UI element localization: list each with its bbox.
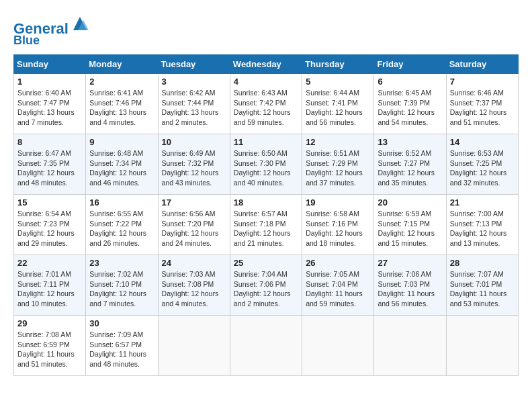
calendar-table: Sunday Monday Tuesday Wednesday Thursday… [13,54,519,376]
day-number: 24 [162,258,226,268]
day-info: Sunrise: 6:44 AMSunset: 7:41 PMDaylight:… [306,88,370,128]
day-cell: 22Sunrise: 7:01 AMSunset: 7:11 PMDayligh… [14,255,86,315]
day-info: Sunrise: 6:59 AMSunset: 7:15 PMDaylight:… [378,209,442,248]
day-number: 26 [306,258,370,268]
day-cell: 18Sunrise: 6:57 AMSunset: 7:18 PMDayligh… [230,194,302,255]
day-info: Sunrise: 7:07 AMSunset: 7:01 PMDaylight:… [450,269,515,309]
day-number: 20 [378,197,442,208]
day-info: Sunrise: 6:50 AMSunset: 7:30 PMDaylight:… [234,148,298,188]
calendar-row: 1Sunrise: 6:40 AMSunset: 7:47 PMDaylight… [14,73,519,134]
day-cell: 21Sunrise: 7:00 AMSunset: 7:13 PMDayligh… [446,194,518,255]
logo-icon [70,13,90,34]
day-number: 21 [450,197,515,208]
day-info: Sunrise: 6:40 AMSunset: 7:47 PMDaylight:… [17,88,82,128]
day-info: Sunrise: 6:48 AMSunset: 7:34 PMDaylight:… [89,148,154,188]
empty-cell [374,315,446,375]
day-number: 13 [378,137,442,147]
day-info: Sunrise: 6:52 AMSunset: 7:27 PMDaylight:… [378,148,442,188]
day-cell: 8Sunrise: 6:47 AMSunset: 7:35 PMDaylight… [14,134,86,194]
day-number: 28 [450,258,515,268]
day-info: Sunrise: 6:57 AMSunset: 7:18 PMDaylight:… [234,209,298,248]
day-info: Sunrise: 6:56 AMSunset: 7:20 PMDaylight:… [162,209,226,248]
day-number: 15 [17,197,82,208]
day-number: 12 [306,137,370,147]
day-number: 5 [306,77,370,87]
day-cell: 15Sunrise: 6:54 AMSunset: 7:23 PMDayligh… [14,194,86,255]
header-row: Sunday Monday Tuesday Wednesday Thursday… [14,54,519,73]
day-cell: 16Sunrise: 6:55 AMSunset: 7:22 PMDayligh… [86,194,158,255]
day-info: Sunrise: 6:51 AMSunset: 7:29 PMDaylight:… [306,148,370,188]
day-info: Sunrise: 6:47 AMSunset: 7:35 PMDaylight:… [17,148,82,188]
col-tuesday: Tuesday [158,54,230,73]
day-number: 3 [162,77,226,87]
empty-cell [230,315,302,375]
day-number: 7 [450,77,515,87]
day-cell: 12Sunrise: 6:51 AMSunset: 7:29 PMDayligh… [302,134,374,194]
day-info: Sunrise: 6:45 AMSunset: 7:39 PMDaylight:… [378,88,442,128]
col-friday: Friday [374,54,446,73]
day-cell: 7Sunrise: 6:46 AMSunset: 7:37 PMDaylight… [446,73,518,134]
day-cell: 10Sunrise: 6:49 AMSunset: 7:32 PMDayligh… [158,134,230,194]
day-cell: 29Sunrise: 7:08 AMSunset: 6:59 PMDayligh… [14,315,86,375]
day-info: Sunrise: 7:00 AMSunset: 7:13 PMDaylight:… [450,209,515,248]
day-cell: 19Sunrise: 6:58 AMSunset: 7:16 PMDayligh… [302,194,374,255]
day-number: 9 [89,137,154,147]
logo: General Blue [13,13,90,48]
col-thursday: Thursday [302,54,374,73]
day-number: 18 [234,197,298,208]
day-info: Sunrise: 6:41 AMSunset: 7:46 PMDaylight:… [89,88,154,128]
day-number: 19 [306,197,370,208]
day-number: 1 [17,77,82,87]
day-info: Sunrise: 6:54 AMSunset: 7:23 PMDaylight:… [17,209,82,248]
day-cell: 26Sunrise: 7:05 AMSunset: 7:04 PMDayligh… [302,255,374,315]
day-cell: 9Sunrise: 6:48 AMSunset: 7:34 PMDaylight… [86,134,158,194]
day-cell: 6Sunrise: 6:45 AMSunset: 7:39 PMDaylight… [374,73,446,134]
day-info: Sunrise: 6:55 AMSunset: 7:22 PMDaylight:… [89,209,154,248]
day-info: Sunrise: 6:58 AMSunset: 7:16 PMDaylight:… [306,209,370,248]
day-info: Sunrise: 7:06 AMSunset: 7:03 PMDaylight:… [378,269,442,309]
day-cell: 4Sunrise: 6:43 AMSunset: 7:42 PMDaylight… [230,73,302,134]
day-info: Sunrise: 6:43 AMSunset: 7:42 PMDaylight:… [234,88,298,128]
day-cell: 23Sunrise: 7:02 AMSunset: 7:10 PMDayligh… [86,255,158,315]
day-cell: 30Sunrise: 7:09 AMSunset: 6:57 PMDayligh… [86,315,158,375]
day-cell: 3Sunrise: 6:42 AMSunset: 7:44 PMDaylight… [158,73,230,134]
calendar-row: 22Sunrise: 7:01 AMSunset: 7:11 PMDayligh… [14,255,519,315]
day-cell: 2Sunrise: 6:41 AMSunset: 7:46 PMDaylight… [86,73,158,134]
day-info: Sunrise: 7:02 AMSunset: 7:10 PMDaylight:… [89,269,154,309]
day-cell: 11Sunrise: 6:50 AMSunset: 7:30 PMDayligh… [230,134,302,194]
day-number: 2 [89,77,154,87]
calendar-row: 15Sunrise: 6:54 AMSunset: 7:23 PMDayligh… [14,194,519,255]
col-saturday: Saturday [446,54,518,73]
day-number: 16 [89,197,154,208]
col-monday: Monday [86,54,158,73]
col-wednesday: Wednesday [230,54,302,73]
day-info: Sunrise: 7:05 AMSunset: 7:04 PMDaylight:… [306,269,370,309]
calendar-row: 29Sunrise: 7:08 AMSunset: 6:59 PMDayligh… [14,315,519,375]
day-number: 29 [17,318,82,328]
day-cell: 28Sunrise: 7:07 AMSunset: 7:01 PMDayligh… [446,255,518,315]
day-cell: 13Sunrise: 6:52 AMSunset: 7:27 PMDayligh… [374,134,446,194]
day-info: Sunrise: 6:53 AMSunset: 7:25 PMDaylight:… [450,148,515,188]
day-info: Sunrise: 7:09 AMSunset: 6:57 PMDaylight:… [89,330,154,369]
day-number: 27 [378,258,442,268]
day-cell: 5Sunrise: 6:44 AMSunset: 7:41 PMDaylight… [302,73,374,134]
day-number: 11 [234,137,298,147]
day-number: 25 [234,258,298,268]
calendar-row: 8Sunrise: 6:47 AMSunset: 7:35 PMDaylight… [14,134,519,194]
day-cell: 1Sunrise: 6:40 AMSunset: 7:47 PMDaylight… [14,73,86,134]
empty-cell [158,315,230,375]
day-number: 8 [17,137,82,147]
day-number: 23 [89,258,154,268]
day-number: 4 [234,77,298,87]
empty-cell [302,315,374,375]
day-cell: 20Sunrise: 6:59 AMSunset: 7:15 PMDayligh… [374,194,446,255]
day-info: Sunrise: 6:42 AMSunset: 7:44 PMDaylight:… [162,88,226,128]
day-number: 30 [89,318,154,328]
page-header: General Blue [13,13,519,48]
day-cell: 17Sunrise: 6:56 AMSunset: 7:20 PMDayligh… [158,194,230,255]
day-info: Sunrise: 6:46 AMSunset: 7:37 PMDaylight:… [450,88,515,128]
day-cell: 27Sunrise: 7:06 AMSunset: 7:03 PMDayligh… [374,255,446,315]
day-number: 22 [17,258,82,268]
day-info: Sunrise: 7:04 AMSunset: 7:06 PMDaylight:… [234,269,298,309]
day-number: 10 [162,137,226,147]
